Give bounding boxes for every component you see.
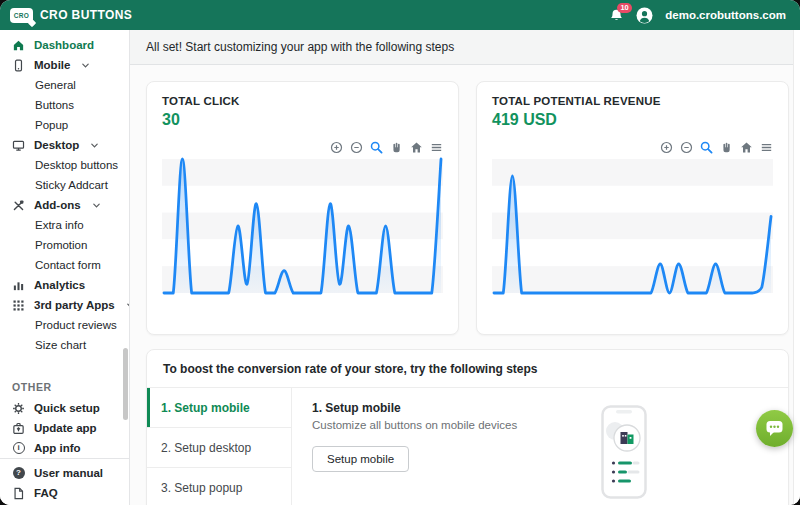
zoom-in-icon[interactable] bbox=[660, 141, 673, 154]
chevron-down-icon bbox=[92, 201, 101, 210]
sidebar-bottom-panel: ? User manual FAQ bbox=[0, 458, 129, 505]
sidebar-item-mobile[interactable]: Mobile bbox=[0, 55, 129, 75]
home-reset-icon[interactable] bbox=[740, 141, 753, 154]
tab-setup-desktop[interactable]: 2. Setup desktop bbox=[147, 428, 291, 468]
pan-icon[interactable] bbox=[720, 141, 733, 154]
notification-badge: 10 bbox=[617, 3, 632, 14]
sidebar-scrollbar[interactable] bbox=[123, 348, 128, 420]
question-icon: ? bbox=[12, 467, 25, 479]
notifications-button[interactable]: 10 bbox=[609, 8, 624, 23]
bar-chart-icon bbox=[12, 279, 25, 292]
sidebar-item-general[interactable]: General bbox=[0, 75, 129, 95]
logo-text: CRO bbox=[14, 12, 29, 19]
total-click-card: TOTAL CLICK 30 bbox=[146, 81, 459, 335]
tab-setup-mobile[interactable]: 1. Setup mobile bbox=[147, 388, 291, 428]
tools-icon bbox=[12, 199, 25, 212]
step-content: 1. Setup mobile Customize all buttons on… bbox=[292, 388, 788, 505]
zoom-out-icon[interactable] bbox=[350, 141, 363, 154]
zoom-selection-icon[interactable] bbox=[700, 141, 713, 154]
zoom-in-icon[interactable] bbox=[330, 141, 343, 154]
pan-icon[interactable] bbox=[390, 141, 403, 154]
account-domain[interactable]: demo.crobuttons.com bbox=[665, 9, 786, 21]
metric-value: 419 USD bbox=[492, 111, 773, 129]
sidebar: Dashboard Mobile General Buttons bbox=[0, 30, 130, 505]
desktop-icon bbox=[12, 139, 25, 152]
info-icon: i bbox=[12, 442, 25, 454]
person-icon bbox=[636, 7, 653, 24]
sidebar-nav: Dashboard Mobile General Buttons bbox=[0, 30, 129, 458]
mobile-icon bbox=[12, 59, 25, 72]
sidebar-item-addons[interactable]: Add-ons bbox=[0, 195, 129, 215]
setup-mobile-button[interactable]: Setup mobile bbox=[312, 446, 409, 472]
sidebar-item-faq[interactable]: FAQ bbox=[0, 483, 129, 503]
metric-cards-row: TOTAL CLICK 30 TOTAL POTENTIAL REVENUE 4 bbox=[130, 65, 800, 335]
chevron-down-icon bbox=[81, 61, 90, 70]
step-title: 1. Setup mobile bbox=[312, 401, 788, 415]
account-avatar[interactable] bbox=[636, 7, 653, 24]
sidebar-item-quick-setup[interactable]: Quick setup bbox=[0, 398, 129, 418]
chat-widget-button[interactable] bbox=[756, 410, 793, 447]
sidebar-item-dashboard[interactable]: Dashboard bbox=[0, 35, 129, 55]
chart-toolbar bbox=[162, 141, 443, 154]
menu-icon[interactable] bbox=[430, 141, 443, 154]
steps-tabs: 1. Setup mobile 2. Setup desktop 3. Setu… bbox=[147, 388, 292, 505]
steps-heading: To boost the conversion rate of your sto… bbox=[147, 350, 788, 388]
metric-title: TOTAL POTENTIAL REVENUE bbox=[492, 95, 773, 107]
sidebar-item-product-reviews[interactable]: Product reviews bbox=[0, 315, 129, 335]
sidebar-item-popup[interactable]: Popup bbox=[0, 115, 129, 135]
document-icon bbox=[12, 487, 25, 500]
app-name: CRO BUTTONS bbox=[40, 8, 132, 22]
main-content: All set! Start customizing your app with… bbox=[130, 30, 800, 505]
phone-illustration bbox=[601, 405, 647, 503]
banner-text: All set! Start customizing your app with… bbox=[146, 40, 454, 54]
apps-grid-icon bbox=[12, 299, 25, 312]
sidebar-item-buttons[interactable]: Buttons bbox=[0, 95, 129, 115]
home-reset-icon[interactable] bbox=[410, 141, 423, 154]
main-scrollbar-gutter[interactable] bbox=[793, 30, 800, 505]
zoom-out-icon[interactable] bbox=[680, 141, 693, 154]
tab-setup-popup[interactable]: 3. Setup popup bbox=[147, 468, 291, 505]
chevron-down-icon bbox=[90, 141, 99, 150]
sidebar-item-app-info[interactable]: i App info bbox=[0, 438, 129, 458]
sidebar-item-extra-info[interactable]: Extra info bbox=[0, 215, 129, 235]
sidebar-item-update-app[interactable]: Update app bbox=[0, 418, 129, 438]
welcome-banner: All set! Start customizing your app with… bbox=[130, 30, 800, 65]
brand: CRO CRO BUTTONS bbox=[10, 8, 132, 23]
app-logo-icon: CRO bbox=[10, 8, 33, 23]
chat-bubble-icon bbox=[765, 420, 784, 437]
sidebar-item-analytics[interactable]: Analytics bbox=[0, 275, 129, 295]
sidebar-item-contact-form[interactable]: Contact form bbox=[0, 255, 129, 275]
menu-icon[interactable] bbox=[760, 141, 773, 154]
sidebar-item-sticky-addcart[interactable]: Sticky Addcart bbox=[0, 175, 129, 195]
sidebar-item-user-manual[interactable]: ? User manual bbox=[0, 463, 129, 483]
top-header: CRO CRO BUTTONS 10 demo.crobuttons.com bbox=[0, 0, 800, 30]
sidebar-item-desktop-buttons[interactable]: Desktop buttons bbox=[0, 155, 129, 175]
app-shell: Dashboard Mobile General Buttons bbox=[0, 30, 800, 505]
sidebar-item-promotion[interactable]: Promotion bbox=[0, 235, 129, 255]
total-potential-revenue-chart[interactable] bbox=[492, 156, 773, 304]
total-potential-revenue-card: TOTAL POTENTIAL REVENUE 419 USD bbox=[476, 81, 789, 335]
header-right: 10 demo.crobuttons.com bbox=[609, 7, 786, 24]
steps-body: 1. Setup mobile 2. Setup desktop 3. Setu… bbox=[147, 388, 788, 505]
sidebar-item-3rd-party-apps[interactable]: 3rd party Apps bbox=[0, 295, 129, 315]
phone-graphic bbox=[601, 405, 647, 499]
step-description: Customize all buttons on mobile devices bbox=[312, 419, 788, 431]
metric-value: 30 bbox=[162, 111, 443, 129]
gear-icon bbox=[12, 402, 25, 415]
sidebar-item-size-chart[interactable]: Size chart bbox=[0, 335, 129, 355]
chart-toolbar bbox=[492, 141, 773, 154]
conversion-steps-card: To boost the conversion rate of your sto… bbox=[146, 349, 789, 505]
home-icon bbox=[12, 39, 25, 52]
sidebar-item-desktop[interactable]: Desktop bbox=[0, 135, 129, 155]
metric-title: TOTAL CLICK bbox=[162, 95, 443, 107]
update-icon bbox=[12, 422, 25, 435]
zoom-selection-icon[interactable] bbox=[370, 141, 383, 154]
total-click-chart[interactable] bbox=[162, 156, 443, 304]
app-window: CRO CRO BUTTONS 10 demo.crobuttons.com bbox=[0, 0, 800, 505]
sidebar-section-other: OTHER bbox=[12, 381, 129, 393]
